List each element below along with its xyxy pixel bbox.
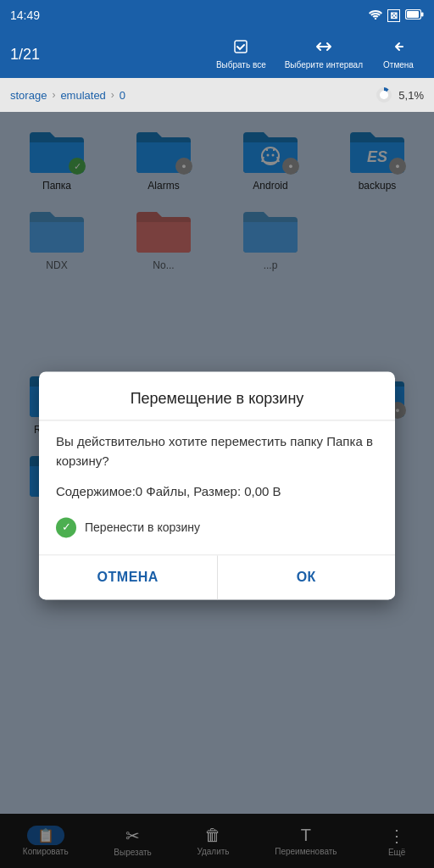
select-all-label: Выбрать все	[216, 60, 266, 70]
dialog-title: Перемещение в корзину	[39, 371, 395, 420]
time: 14:49	[10, 8, 40, 22]
check-icon	[233, 39, 248, 58]
dialog-checkbox-row[interactable]: ✓ Перенести в корзину	[56, 517, 378, 537]
select-all-button[interactable]: Выбрать все	[208, 36, 275, 74]
svg-rect-3	[421, 13, 424, 17]
select-interval-button[interactable]: Выберите интервал	[276, 36, 371, 74]
dialog-ok-button[interactable]: ОК	[218, 555, 396, 599]
trash-dialog: Перемещение в корзину Вы действительно х…	[39, 371, 395, 599]
cancel-toolbar-button[interactable]: Отмена	[373, 36, 424, 74]
dialog-divider	[39, 420, 395, 420]
dialog-info: Содержимое:0 Файлы, Размер: 0,00 В	[56, 482, 378, 502]
checkbox-label: Перенести в корзину	[85, 520, 200, 534]
dialog-actions: Отмена ОК	[39, 554, 395, 599]
wifi-icon	[369, 8, 382, 22]
checkbox-check: ✓	[62, 520, 71, 533]
breadcrumb-0[interactable]: 0	[120, 89, 125, 102]
svg-rect-2	[407, 11, 419, 18]
breadcrumb-storage[interactable]: storage	[10, 89, 47, 102]
sim-icon: ⊠	[387, 9, 400, 22]
battery-icon	[405, 8, 424, 22]
dialog-question: Вы действительно хотите переместить папк…	[56, 432, 378, 470]
status-icons: ⊠	[369, 8, 424, 22]
breadcrumb: storage › emulated › 0 5,1%	[0, 78, 434, 112]
top-toolbar: 1/21 Выбрать все Выберите интервал	[0, 31, 434, 78]
dialog-cancel-button[interactable]: Отмена	[39, 555, 218, 599]
select-interval-label: Выберите интервал	[285, 60, 363, 70]
main-content: 1/21 Выбрать все Выберите интервал	[0, 31, 434, 868]
breadcrumb-sep-2: ›	[111, 89, 114, 101]
cancel-icon	[391, 39, 406, 58]
dialog-body: Вы действительно хотите переместить папк…	[39, 432, 395, 554]
storage-percent: 5,1%	[398, 89, 424, 102]
svg-point-6	[380, 91, 388, 99]
file-counter: 1/21	[10, 46, 208, 64]
breadcrumb-emulated[interactable]: emulated	[60, 89, 105, 102]
storage-pie-chart	[375, 86, 393, 104]
interval-icon	[315, 39, 332, 58]
storage-info: 5,1%	[375, 86, 424, 104]
breadcrumb-sep-1: ›	[52, 89, 55, 101]
checkbox-icon: ✓	[56, 517, 76, 537]
cancel-toolbar-label: Отмена	[383, 60, 414, 70]
svg-point-0	[375, 18, 376, 19]
toolbar-actions: Выбрать все Выберите интервал Отмена	[208, 36, 424, 74]
status-bar: 14:49 ⊠	[0, 0, 434, 31]
